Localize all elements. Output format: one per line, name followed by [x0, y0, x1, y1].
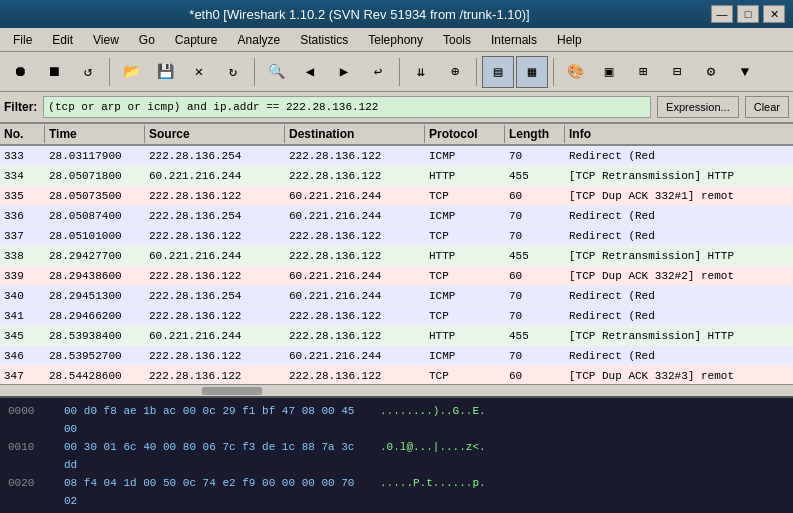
table-cell: 335 [0, 189, 45, 203]
table-cell: [TCP Dup ACK 332#3] remot [565, 369, 793, 383]
col-header-destination[interactable]: Destination [285, 125, 425, 143]
menu-item-statistics[interactable]: Statistics [291, 30, 357, 50]
hex-panel: 000000 d0 f8 ae 1b ac 00 0c 29 f1 bf 47 … [0, 396, 793, 513]
clear-button[interactable]: Clear [745, 96, 789, 118]
more-icon[interactable]: ▼ [729, 56, 761, 88]
table-cell: 28.05087400 [45, 209, 145, 223]
table-cell: 60.221.216.244 [285, 289, 425, 303]
h-scrollbar-thumb[interactable] [202, 387, 262, 395]
start-capture-icon[interactable]: ⏺ [4, 56, 36, 88]
zoom-icon[interactable]: ⊕ [439, 56, 471, 88]
table-cell: 70 [505, 309, 565, 323]
menu-item-go[interactable]: Go [130, 30, 164, 50]
colorize-icon[interactable]: 🎨 [559, 56, 591, 88]
menu-item-help[interactable]: Help [548, 30, 591, 50]
hex-bytes: 08 f4 04 1d 00 50 0c 74 e2 f9 00 00 00 0… [64, 474, 364, 510]
table-row[interactable]: 33428.0507180060.221.216.244222.28.136.1… [0, 166, 793, 186]
table-cell: HTTP [425, 249, 505, 263]
table-cell: 337 [0, 229, 45, 243]
hex-bytes: 00 30 01 6c 40 00 80 06 7c f3 de 1c 88 7… [64, 438, 364, 474]
table-row[interactable]: 33628.05087400222.28.136.25460.221.216.2… [0, 206, 793, 226]
menu-bar: FileEditViewGoCaptureAnalyzeStatisticsTe… [0, 28, 793, 52]
table-cell: 70 [505, 349, 565, 363]
table-row[interactable]: 34028.29451300222.28.136.25460.221.216.2… [0, 286, 793, 306]
scroll-end-icon[interactable]: ⇊ [405, 56, 437, 88]
menu-item-telephony[interactable]: Telephony [359, 30, 432, 50]
view-mode-a-icon[interactable]: ▤ [482, 56, 514, 88]
hex-ascii: .0.l@...|....z<. [380, 438, 486, 474]
table-row[interactable]: 33928.29438600222.28.136.12260.221.216.2… [0, 266, 793, 286]
menu-item-analyze[interactable]: Analyze [229, 30, 290, 50]
open-file-icon[interactable]: 📂 [115, 56, 147, 88]
table-cell: 338 [0, 249, 45, 263]
settings-icon[interactable]: ⚙ [695, 56, 727, 88]
back-icon[interactable]: ◀ [294, 56, 326, 88]
col-header-time[interactable]: Time [45, 125, 145, 143]
zoom-out-icon[interactable]: ⊟ [661, 56, 693, 88]
close-icon[interactable]: ✕ [183, 56, 215, 88]
col-header-no[interactable]: No. [0, 125, 45, 143]
col-header-source[interactable]: Source [145, 125, 285, 143]
table-cell: TCP [425, 369, 505, 383]
save-file-icon[interactable]: 💾 [149, 56, 181, 88]
table-cell: 222.28.136.254 [145, 149, 285, 163]
menu-item-file[interactable]: File [4, 30, 41, 50]
table-cell: TCP [425, 309, 505, 323]
view-mode-b-icon[interactable]: ▦ [516, 56, 548, 88]
table-cell: 222.28.136.122 [285, 229, 425, 243]
col-header-length[interactable]: Length [505, 125, 565, 143]
table-row[interactable]: 34728.54428600222.28.136.122222.28.136.1… [0, 366, 793, 384]
menu-item-view[interactable]: View [84, 30, 128, 50]
minimize-button[interactable]: — [711, 5, 733, 23]
table-row[interactable]: 33528.05073500222.28.136.12260.221.216.2… [0, 186, 793, 206]
table-row[interactable]: 33328.03117900222.28.136.254222.28.136.1… [0, 146, 793, 166]
menu-item-capture[interactable]: Capture [166, 30, 227, 50]
table-cell: 222.28.136.122 [145, 369, 285, 383]
horizontal-scrollbar[interactable] [0, 384, 793, 396]
zoom-in-icon[interactable]: ⊞ [627, 56, 659, 88]
table-cell: [TCP Dup ACK 332#2] remot [565, 269, 793, 283]
table-row[interactable]: 33828.2942770060.221.216.244222.28.136.1… [0, 246, 793, 266]
table-row[interactable]: 34528.5393840060.221.216.244222.28.136.1… [0, 326, 793, 346]
close-button[interactable]: ✕ [763, 5, 785, 23]
find-icon[interactable]: 🔍 [260, 56, 292, 88]
hex-row: 002008 f4 04 1d 00 50 0c 74 e2 f9 00 00 … [8, 474, 785, 510]
table-cell: 28.03117900 [45, 149, 145, 163]
packet-rows[interactable]: 33328.03117900222.28.136.254222.28.136.1… [0, 146, 793, 384]
maximize-button[interactable]: □ [737, 5, 759, 23]
table-cell: HTTP [425, 169, 505, 183]
col-header-info[interactable]: Info [565, 125, 793, 143]
table-cell: 222.28.136.254 [145, 289, 285, 303]
window-controls: — □ ✕ [711, 5, 785, 23]
table-cell: 345 [0, 329, 45, 343]
table-row[interactable]: 34128.29466200222.28.136.122222.28.136.1… [0, 306, 793, 326]
table-cell: [TCP Retransmission] HTTP [565, 169, 793, 183]
table-cell: ICMP [425, 289, 505, 303]
table-row[interactable]: 34628.53952700222.28.136.12260.221.216.2… [0, 346, 793, 366]
filter-input[interactable] [43, 96, 651, 118]
menu-item-internals[interactable]: Internals [482, 30, 546, 50]
toolbar-separator [476, 58, 477, 86]
expression-button[interactable]: Expression... [657, 96, 739, 118]
table-cell: 339 [0, 269, 45, 283]
table-cell: 222.28.136.122 [285, 369, 425, 383]
table-cell: 70 [505, 289, 565, 303]
forward-icon[interactable]: ▶ [328, 56, 360, 88]
table-cell: 28.05073500 [45, 189, 145, 203]
table-cell: 60.221.216.244 [145, 169, 285, 183]
col-header-protocol[interactable]: Protocol [425, 125, 505, 143]
table-cell: 222.28.136.122 [145, 349, 285, 363]
go-to-icon[interactable]: ↩ [362, 56, 394, 88]
hex-row: 000000 d0 f8 ae 1b ac 00 0c 29 f1 bf 47 … [8, 402, 785, 438]
stop-capture-icon[interactable]: ⏹ [38, 56, 70, 88]
filter-bar: Filter: Expression... Clear [0, 92, 793, 124]
reload-icon[interactable]: ↻ [217, 56, 249, 88]
menu-item-edit[interactable]: Edit [43, 30, 82, 50]
menu-item-tools[interactable]: Tools [434, 30, 480, 50]
table-cell: 334 [0, 169, 45, 183]
table-cell: 28.29451300 [45, 289, 145, 303]
print-icon[interactable]: ▣ [593, 56, 625, 88]
restart-capture-icon[interactable]: ↺ [72, 56, 104, 88]
table-row[interactable]: 33728.05101000222.28.136.122222.28.136.1… [0, 226, 793, 246]
hex-bytes: 00 d0 f8 ae 1b ac 00 0c 29 f1 bf 47 08 0… [64, 402, 364, 438]
